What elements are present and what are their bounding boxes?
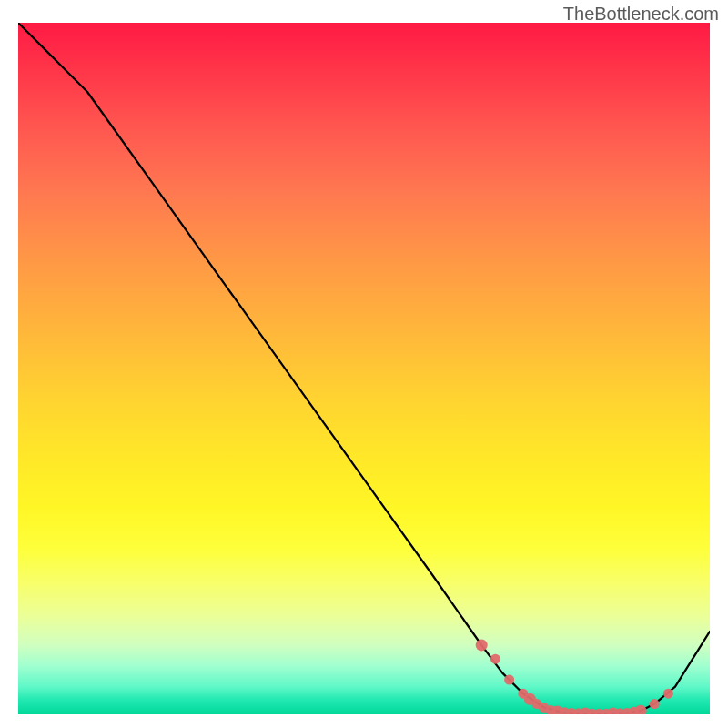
- chart-container: TheBottleneck.com: [0, 0, 728, 728]
- marker-dot: [663, 689, 673, 699]
- marker-dot: [635, 705, 647, 714]
- marker-dot: [476, 640, 488, 652]
- marker-dot: [490, 654, 500, 664]
- bottleneck-curve: [18, 23, 710, 713]
- chart-svg: [18, 23, 710, 714]
- marker-layer: [476, 640, 673, 715]
- curve-layer: [18, 23, 710, 713]
- plot-area: [18, 23, 710, 714]
- watermark-text: TheBottleneck.com: [563, 4, 719, 25]
- marker-dot: [504, 675, 514, 685]
- marker-dot: [650, 699, 660, 709]
